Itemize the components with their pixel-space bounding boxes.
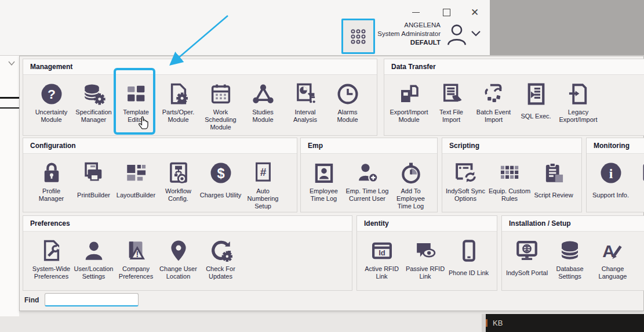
menu-item-label: Export/Import Module [388,109,430,124]
menu-item-clipped-item[interactable]: La S [634,239,644,280]
menu-item-active-rfid-link[interactable]: IdActive RFID Link [360,239,403,280]
menu-item-label: System-Wide Preferences [30,265,72,280]
background-row-line [0,97,19,99]
find-row: Find [24,293,139,306]
menu-item-employee-time-log[interactable]: Employee Time Log [302,161,345,203]
menu-item-label: Workflow Config. [157,187,199,203]
menu-item-equip-custom-rules[interactable]: Equip. Custom Rules [487,161,532,203]
user-menu-chevron-icon[interactable] [471,30,481,37]
find-input[interactable] [45,293,139,306]
menu-item-sql-exec[interactable]: SQL Exec. [515,82,557,124]
group-scripting: ScriptingIndySoft Sync OptionsEquip. Cus… [442,138,582,212]
menu-item-charges-utility[interactable]: $Charges Utility [199,161,242,203]
menu-item-passive-rfid-link[interactable]: Passive RFID Link [403,239,447,280]
svg-text:$: $ [217,166,224,181]
menu-item-label: Change Language [591,265,634,280]
group-preferences: PreferencesSystem-Wide PreferencesUser/L… [23,215,352,291]
group-title-data-transfer: Data Transfer [384,59,644,75]
hash-doc-icon: # [251,161,275,185]
menu-item-label: Template Editor [115,109,157,124]
menu-item-label: Support Info. [592,187,629,203]
menu-item-label: Phone ID Link [449,265,489,280]
window-sync-icon [453,161,478,185]
menu-item-user-location-settings[interactable]: User/Location Settings [72,239,115,280]
menu-item-alarms-module[interactable]: Alarms Module [326,82,369,124]
menu-item-auto-numbering-setup[interactable]: #Auto Numbering Setup [242,161,284,210]
group-body-configuration: Profile ManagerPrintBuilderLayoutBuilder… [23,154,297,210]
menu-item-indysoft-portal[interactable]: IndySoft Portal [505,239,548,280]
svg-text:Id: Id [379,248,385,257]
menu-item-export-import-module[interactable]: Export/Import Module [388,82,430,124]
group-title-emp: Emp [301,138,437,154]
background-window [490,0,644,55]
menu-item-label: Alarms Module [326,109,369,124]
menu-item-label: Specification Manager [72,109,115,124]
menu-item-label: Company Preferences [115,265,157,280]
menu-item-parts-oper-module[interactable]: Parts/Oper. Module [157,82,199,124]
minimize-button[interactable] [406,5,425,20]
chat-eye-icon [413,239,438,263]
menu-item-text-file-import[interactable]: Text File Import [430,82,472,124]
menu-item-system-wide-preferences[interactable]: System-Wide Preferences [30,239,72,280]
menu-item-specification-manager[interactable]: Specification Manager [72,82,115,124]
group-body-installation-setup: IndySoft PortalDatabase SettingsAChange … [502,232,644,280]
menu-item-label: User/Location Settings [72,265,115,280]
grid-cells-icon [497,161,522,185]
menu-item-label: Batch Event Import [472,109,515,124]
menu-item-change-language[interactable]: AChange Language [591,239,634,280]
statusbar-text: KB [493,319,503,327]
menu-item-label: IndySoft Portal [506,265,548,280]
menu-item-emp-time-log-current-user[interactable]: Emp. Time Log Current User [345,161,389,203]
group-body-data-transfer: Export/Import ModuleText File ImportBatc… [384,75,644,124]
menu-item-label: Interval Analysis [284,109,326,124]
menu-item-profile-manager[interactable]: Profile Manager [30,161,72,203]
layout-blocks-icon [124,161,148,185]
menu-item-label: Add To Employee Time Log [389,187,432,210]
menu-item-label: Legacy Export/Import [557,109,599,124]
user-name: ANGELENA [354,21,441,30]
maximize-icon [443,9,450,16]
menu-item-label: Charges Utility [200,187,242,203]
printer-icon [82,161,106,185]
menu-item-check-for-updates[interactable]: Check For Updates [199,239,242,280]
phone-icon [457,239,481,263]
app-menu-panel: Management?Uncertainty ModuleSpecificati… [19,56,644,311]
menu-item-change-user-location[interactable]: Change User Location [157,239,199,280]
menu-item-phone-id-link[interactable]: Phone ID Link [447,239,490,280]
group-body-preferences: System-Wide PreferencesUser/Location Set… [23,232,352,280]
menu-item-work-scheduling-module[interactable]: Work Scheduling Module [199,82,242,131]
menu-item-script-review[interactable]: Script Review [532,161,576,203]
menu-item-label: Parts/Oper. Module [157,109,199,124]
menu-item-workflow-config[interactable]: Workflow Config. [157,161,199,203]
menu-item-label: Text File Import [430,109,472,124]
menu-item-legacy-export-import[interactable]: Legacy Export/Import [557,82,599,124]
menu-item-template-editor[interactable]: Template Editor [115,82,157,124]
close-button[interactable]: ✕ [465,5,485,20]
person-plus-icon [355,161,380,185]
report-cart-icon [293,82,318,106]
group-configuration: ConfigurationProfile ManagerPrintBuilder… [23,138,297,212]
user-avatar-icon[interactable] [444,21,470,48]
menu-item-label: Emp. Time Log Current User [345,187,389,203]
menu-item-label: Check For Updates [199,265,242,280]
maximize-button[interactable] [436,5,456,20]
menu-item-layoutbuilder[interactable]: LayoutBuilder [115,161,157,203]
menu-item-printbuilder[interactable]: PrintBuilder [72,161,115,203]
menu-item-company-preferences[interactable]: !Company Preferences [115,239,157,280]
background-row-line [0,107,19,109]
menu-item-indysoft-sync-options[interactable]: IndySoft Sync Options [443,161,487,203]
menu-item-label: IndySoft Sync Options [443,187,487,203]
menu-item-batch-event-import[interactable]: Batch Event Import [472,82,515,124]
group-body-scripting: IndySoft Sync OptionsEquip. Custom Rules… [442,154,581,203]
menu-item-clipped-item[interactable]: In A [632,161,644,203]
menu-item-add-to-employee-time-log[interactable]: Add To Employee Time Log [389,161,432,210]
menu-item-support-info[interactable]: iSupport Info. [590,161,632,203]
menu-item-studies-module[interactable]: Studies Module [242,82,284,124]
menu-item-uncertainty-module[interactable]: ?Uncertainty Module [30,82,72,124]
book-warning-icon: ! [124,239,148,263]
menu-item-database-settings[interactable]: Database Settings [548,239,591,280]
menu-item-interval-analysis[interactable]: Interval Analysis [284,82,326,124]
group-title-identity: Identity [357,216,497,232]
minimize-icon [412,12,420,13]
map-pin-icon [166,239,191,263]
